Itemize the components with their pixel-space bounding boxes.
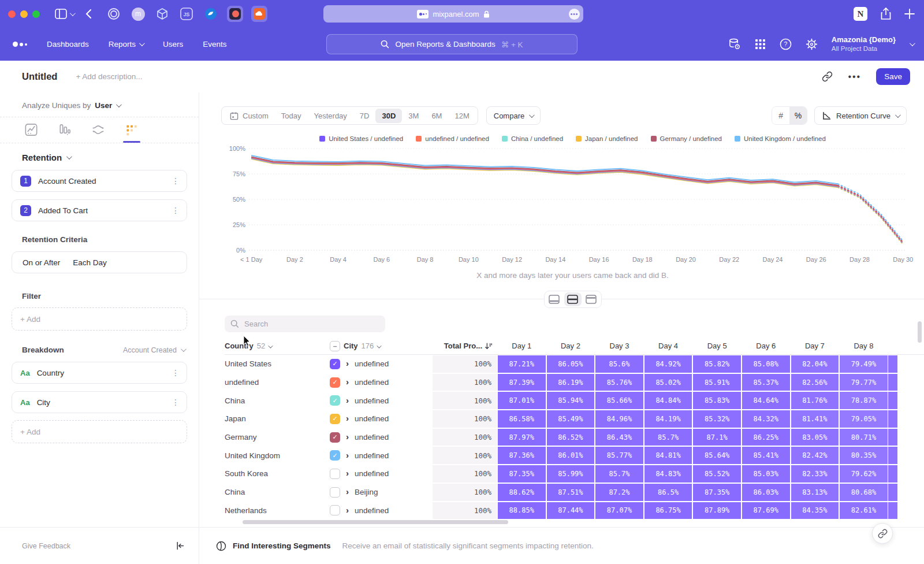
copy-link-icon[interactable]: [822, 71, 833, 82]
retention-cell[interactable]: 87.01%: [498, 392, 546, 409]
retention-cell[interactable]: 84.96%: [595, 410, 643, 428]
tab-insights[interactable]: [22, 123, 40, 143]
day-column-header[interactable]: Day 3: [595, 342, 644, 350]
row-checkbox[interactable]: ✓: [330, 414, 340, 424]
expand-row-icon[interactable]: ›: [346, 359, 349, 368]
breakdown-property-name[interactable]: City: [37, 398, 50, 407]
retention-cell[interactable]: 84.64%: [742, 392, 790, 409]
legend-item[interactable]: Germany / undefined: [651, 135, 722, 142]
tab-flows[interactable]: [89, 123, 107, 143]
total-column-header[interactable]: Total Pro...: [433, 342, 497, 350]
retention-cell[interactable]: 82.56%: [791, 374, 839, 391]
row-checkbox[interactable]: ✓: [330, 359, 340, 369]
expand-row-icon[interactable]: ›: [346, 414, 349, 422]
expand-row-icon[interactable]: ›: [346, 506, 349, 514]
retention-cell[interactable]: 85.66%: [595, 392, 643, 409]
retention-cell[interactable]: 85.64%: [693, 447, 741, 464]
legend-item[interactable]: Japan / undefined: [576, 135, 638, 142]
retention-cell[interactable]: 87.89%: [693, 502, 741, 520]
nav-item-reports[interactable]: Reports: [109, 40, 143, 49]
step-event-name[interactable]: Account Created: [38, 177, 96, 185]
row-checkbox[interactable]: ✓: [330, 395, 340, 406]
range-button-yesterday[interactable]: Yesterday: [308, 109, 353, 123]
table-row[interactable]: South Korea›undefined100%87.35%85.99%85.…: [225, 465, 924, 483]
day-column-header[interactable]: Day 8: [839, 342, 888, 350]
retention-cell[interactable]: 86.52%: [547, 429, 595, 446]
add-breakdown-button[interactable]: + Add: [12, 420, 187, 443]
retention-cell[interactable]: 84.35%: [791, 502, 839, 520]
expand-row-icon[interactable]: ›: [346, 377, 349, 386]
breakdown-event-selector[interactable]: Account Created: [123, 346, 185, 354]
retention-cell[interactable]: 86.05%: [547, 355, 595, 373]
kebab-menu-icon[interactable]: ⋮: [172, 176, 180, 185]
table-row[interactable]: Japan✓›undefined100%86.58%85.49%84.96%84…: [225, 410, 924, 428]
floating-share-link-button[interactable]: [872, 523, 893, 544]
target-extension-icon[interactable]: [106, 6, 122, 22]
collapse-sidebar-icon[interactable]: [175, 541, 185, 551]
kebab-menu-icon[interactable]: ⋮: [172, 398, 180, 407]
add-filter-button[interactable]: + Add: [12, 307, 187, 331]
m-avatar-extension-icon[interactable]: m: [130, 6, 146, 22]
kebab-menu-icon[interactable]: ⋮: [172, 206, 180, 215]
js-extension-icon[interactable]: JS: [178, 6, 195, 22]
step-card-2[interactable]: 2 Added To Cart ⋮: [12, 199, 187, 221]
day-column-header[interactable]: Day 5: [692, 342, 742, 350]
retention-cell[interactable]: 87.36%: [498, 447, 546, 464]
retention-cell[interactable]: 80.71%: [840, 429, 888, 446]
retention-cell[interactable]: 83.05%: [791, 429, 839, 446]
data-management-icon[interactable]: [728, 38, 741, 51]
retention-cell[interactable]: 85.7%: [595, 465, 643, 483]
day-column-header[interactable]: Day 7: [791, 342, 840, 350]
row-checkbox[interactable]: [330, 505, 340, 515]
retention-cell[interactable]: 85.82%: [693, 355, 741, 373]
retention-cell[interactable]: 84.32%: [742, 410, 790, 428]
retention-cell[interactable]: 86.5%: [644, 484, 692, 501]
retention-cell[interactable]: 85.49%: [547, 410, 595, 428]
legend-item[interactable]: United Kingdom / undefined: [735, 135, 826, 142]
range-button-3m[interactable]: 3M: [402, 109, 425, 123]
breakdown-card-city[interactable]: Aa City ⋮: [12, 391, 187, 413]
retention-cell[interactable]: 86.58%: [498, 410, 546, 428]
table-row[interactable]: Germany✓›undefined100%87.97%86.52%86.43%…: [225, 428, 924, 447]
tab-retention[interactable]: [122, 123, 141, 143]
retention-cell[interactable]: 85.37%: [742, 374, 790, 391]
retention-cell[interactable]: 85.83%: [693, 392, 741, 409]
retention-cell[interactable]: 87.51%: [547, 484, 595, 501]
table-row[interactable]: China✓›undefined100%87.01%85.94%85.66%84…: [225, 391, 924, 410]
breakdown-property-name[interactable]: Country: [37, 369, 64, 377]
retention-cell[interactable]: 86.03%: [742, 484, 790, 501]
retention-cell[interactable]: 81.76%: [791, 392, 839, 409]
absolute-numbers-toggle[interactable]: #: [772, 107, 789, 124]
split-view-button[interactable]: [564, 292, 582, 306]
retention-cell[interactable]: 85.52%: [693, 465, 741, 483]
settings-gear-icon[interactable]: [806, 38, 818, 50]
traffic-zoom-button[interactable]: [32, 10, 40, 18]
table-search[interactable]: [225, 316, 385, 332]
retention-cell[interactable]: 82.04%: [791, 355, 839, 373]
table-row[interactable]: China›Beijing100%88.62%87.51%87.2%86.5%8…: [225, 483, 924, 502]
retention-cell[interactable]: 85.77%: [595, 447, 643, 464]
retention-cell[interactable]: 87.07%: [595, 502, 643, 520]
city-column-header[interactable]: – City 176: [330, 341, 433, 351]
day-column-header[interactable]: Day 1: [497, 342, 546, 350]
retention-cell[interactable]: 84.81%: [644, 447, 692, 464]
retention-cell[interactable]: 87.1%: [693, 429, 741, 446]
retention-cell[interactable]: 87.21%: [498, 355, 546, 373]
table-row[interactable]: United States✓›undefined100%87.21%86.05%…: [225, 355, 924, 373]
retention-cell[interactable]: 85.7%: [644, 429, 692, 446]
cloud-extension-icon[interactable]: [251, 6, 267, 22]
retention-cell[interactable]: 85.08%: [742, 355, 790, 373]
day-column-header[interactable]: Day 6: [742, 342, 791, 350]
share-icon[interactable]: [880, 8, 892, 20]
range-button-6m[interactable]: 6M: [425, 109, 448, 123]
help-icon[interactable]: ?: [780, 38, 792, 50]
range-button-30d[interactable]: 30D: [375, 109, 402, 123]
nav-item-events[interactable]: Events: [203, 40, 226, 49]
retention-cell[interactable]: 78.87%: [840, 392, 888, 409]
cube-extension-icon[interactable]: [154, 6, 170, 22]
notion-icon[interactable]: N: [854, 7, 867, 21]
retention-cell[interactable]: 79.77%: [840, 374, 888, 391]
retention-cell[interactable]: 84.84%: [644, 392, 692, 409]
new-tab-icon[interactable]: [904, 9, 915, 19]
legend-item[interactable]: China / undefined: [502, 135, 563, 142]
